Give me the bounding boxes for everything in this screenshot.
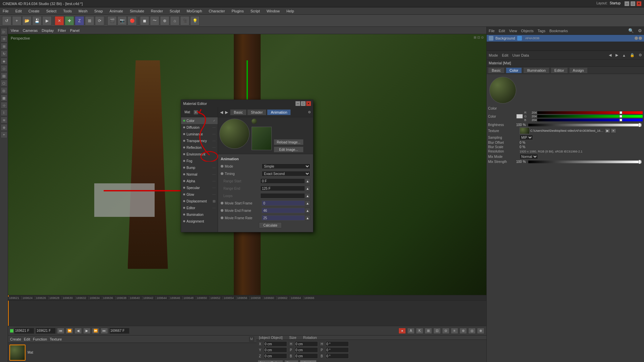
mat-tab-editor[interactable]: Editor — [551, 67, 568, 73]
tc-auto-key[interactable]: A — [407, 328, 415, 334]
me-moviefps-spin-up[interactable]: ▲ — [305, 215, 310, 221]
toolbar-render-to-pic[interactable]: 🎬 — [107, 16, 117, 25]
vp-menu-cameras[interactable]: Cameras — [23, 28, 38, 33]
g-slider[interactable] — [537, 115, 643, 118]
menu-file[interactable]: File — [1, 8, 10, 14]
me-tab-basic[interactable]: Basic — [230, 109, 247, 115]
menu-sculpt[interactable]: Sculpt — [168, 8, 181, 14]
rh-tags[interactable]: Tags — [538, 29, 545, 33]
mph-fwd-btn[interactable]: ▶ — [615, 53, 618, 57]
ch-diffusion[interactable]: Diffusion ···· — [181, 124, 218, 131]
xf-pos-x[interactable] — [264, 341, 287, 347]
tool-rotate[interactable]: ↻ — [1, 50, 7, 57]
tool-11[interactable]: ⌇ — [1, 109, 7, 116]
tool-7[interactable]: ⬡ — [1, 80, 7, 86]
me-movieend-spin-up[interactable]: ▲ — [305, 208, 310, 213]
rh-edit[interactable]: Edit — [499, 29, 505, 33]
me-add-channel[interactable]: + — [194, 110, 198, 115]
menu-edit[interactable]: Edit — [14, 8, 23, 14]
tc-play-fwd[interactable]: ▶ — [83, 328, 91, 334]
ch-editor[interactable]: Editor ···· — [181, 204, 218, 211]
toolbar-obj-light[interactable]: 💡 — [190, 16, 200, 25]
ch-illumination[interactable]: Illumination — [181, 211, 218, 218]
bt-texture[interactable]: Texture — [50, 337, 62, 341]
mat-tab-color[interactable]: Color — [506, 67, 522, 73]
tool-9[interactable]: ▦ — [1, 95, 7, 101]
me-calculate-btn[interactable]: Calculate — [259, 222, 282, 228]
tc-btn10[interactable]: ⊗ — [477, 328, 484, 334]
maximize-button[interactable]: □ — [631, 1, 635, 6]
tc-goto-start[interactable]: ⏮ — [57, 328, 64, 334]
ch-transparency[interactable]: Transparency ···· — [181, 137, 218, 144]
toolbar-render-viewport[interactable]: 📷 — [117, 16, 127, 25]
tc-btn8[interactable]: ⊚ — [460, 328, 467, 334]
tool-12[interactable]: ≋ — [1, 117, 7, 123]
tool-move[interactable]: ✛ — [1, 36, 7, 42]
toolbar-move-y[interactable]: ✚ — [65, 16, 74, 25]
xf-size-dropdown[interactable]: Size — [284, 360, 299, 362]
mat-texture-btn[interactable]: ▶ — [605, 128, 610, 133]
toolbar-move-x[interactable]: ✕ — [55, 16, 64, 25]
xf-pos-y[interactable] — [264, 347, 287, 353]
rh-view[interactable]: View — [509, 29, 517, 33]
tool-10[interactable]: ⊹ — [1, 102, 7, 109]
mat-tab-assign[interactable]: Assign — [569, 67, 588, 73]
xf-size-p[interactable] — [294, 347, 318, 353]
mat-sampling-select[interactable]: MIP — [520, 135, 533, 140]
toolbar-scale[interactable]: ⊞ — [85, 16, 94, 25]
tc-step-fwd[interactable]: ⏩ — [92, 328, 99, 334]
menu-select[interactable]: Select — [45, 8, 58, 14]
me-settings-btn[interactable]: ⚙ — [308, 110, 311, 114]
me-anim-loops-value[interactable] — [260, 193, 305, 198]
mph-userdata[interactable]: User Data — [513, 53, 529, 57]
me-anim-rangestart-value[interactable]: 0 F — [260, 178, 305, 184]
mat-mixmode-select[interactable]: Normal — [520, 154, 538, 159]
obj-vis-2[interactable] — [639, 37, 642, 40]
toolbar-rotate[interactable]: ⟳ — [95, 16, 104, 25]
vp-menu-panel[interactable]: Panel — [70, 28, 79, 33]
tool-6[interactable]: ▤ — [1, 72, 7, 79]
ch-assignment[interactable]: Assignment — [181, 218, 218, 225]
mat-editor-titlebar[interactable]: Material Editor ─ □ ✕ — [181, 100, 313, 107]
menu-character[interactable]: Character — [207, 8, 226, 14]
tc-btn6[interactable]: ⊙ — [442, 328, 449, 334]
obj-row-background[interactable]: Background AF4A3036 — [487, 35, 644, 42]
ch-glow[interactable]: Glow ···· — [181, 191, 218, 198]
xf-rot-p[interactable] — [325, 347, 349, 353]
rh-bookmarks[interactable]: Bookmarks — [549, 29, 568, 33]
ch-alpha[interactable]: Alpha ···· — [181, 178, 218, 184]
me-reload-image-btn[interactable]: Reload Image... — [274, 139, 304, 145]
toolbar-render[interactable]: ▶ — [42, 16, 52, 25]
mph-mode[interactable]: Mode — [489, 53, 498, 57]
menu-snap[interactable]: Snap — [93, 8, 104, 14]
rh-objects[interactable]: Objects — [521, 29, 533, 33]
menu-render[interactable]: Render — [150, 8, 164, 14]
toolbar-obj-gen[interactable]: ⊕ — [160, 16, 169, 25]
xf-size-b[interactable] — [294, 353, 318, 359]
menu-tools[interactable]: Tools — [62, 8, 73, 14]
xf-pos-z[interactable] — [264, 353, 287, 359]
tc-key-sel[interactable]: K — [416, 328, 423, 334]
ch-reflection[interactable]: Reflection ···· — [181, 144, 218, 151]
mat-tab-basic[interactable]: Basic — [488, 67, 504, 73]
vp-menu-view[interactable]: View — [11, 28, 19, 33]
toolbar-undo[interactable]: ↺ — [2, 16, 11, 25]
timeline-track[interactable] — [8, 301, 486, 326]
mat-texture-clear-btn[interactable]: ✕ — [611, 128, 616, 133]
menu-help[interactable]: Help — [285, 8, 296, 14]
ch-fog[interactable]: Fog ···· — [181, 158, 218, 164]
tool-scale[interactable]: ⊞ — [1, 43, 7, 50]
menu-animate[interactable]: Animate — [108, 8, 124, 14]
rh-search-btn[interactable]: 🔍 — [628, 28, 634, 33]
tc-btn7[interactable]: ≡ — [451, 328, 458, 334]
mat-editor-minimize[interactable]: ─ — [296, 101, 300, 106]
me-rangeend-spin-up[interactable]: ▲ — [305, 186, 310, 191]
menu-mograph[interactable]: MoGraph — [185, 8, 203, 14]
tool-8[interactable]: ◎ — [1, 87, 7, 94]
obj-vis-1[interactable] — [635, 37, 638, 40]
bt-create[interactable]: Create — [10, 337, 21, 341]
tc-step-back[interactable]: ⏪ — [66, 328, 73, 334]
tc-btn4[interactable]: ⊞ — [425, 328, 432, 334]
menu-simulate[interactable]: Simulate — [128, 8, 146, 14]
toolbar-obj-cube[interactable]: ◼ — [140, 16, 149, 25]
